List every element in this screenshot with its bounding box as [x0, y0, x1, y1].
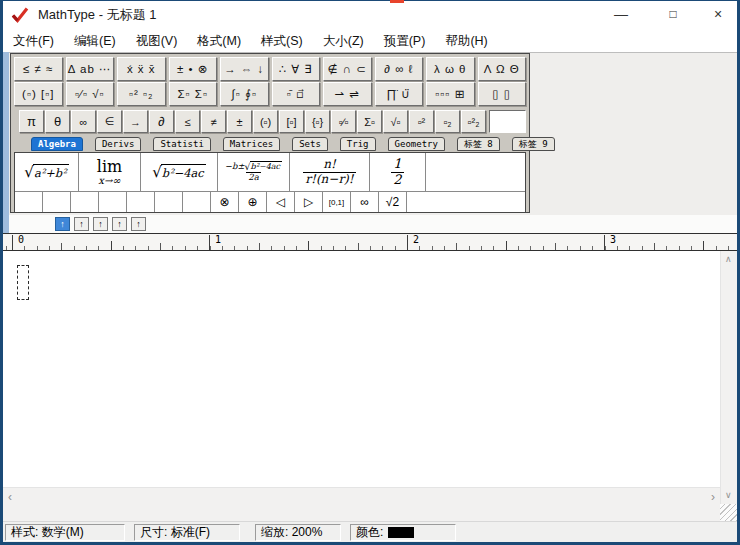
horizontal-scrollbar[interactable]: ‹ › [3, 487, 720, 504]
small-template-infinity[interactable]: ∞ [351, 192, 379, 212]
small-template-empty-1[interactable] [15, 192, 43, 212]
scroll-right-icon[interactable]: › [711, 491, 715, 503]
fraction-radical-templates-palette[interactable]: ▫∕▫ √▫ [66, 82, 115, 106]
tab-statistics[interactable]: Statisti [153, 137, 210, 151]
bar-templates-palette[interactable]: ▫̄ ▫⃗ [272, 82, 321, 106]
pi-button[interactable]: π [19, 110, 44, 133]
close-button[interactable]: × [702, 0, 734, 30]
sqrt-template-button[interactable]: √▫ [383, 110, 408, 133]
small-template-empty-5[interactable] [127, 192, 155, 212]
script-templates-palette[interactable]: ▫² ▫₂ [117, 82, 166, 106]
embellishments-palette[interactable]: x́ ẍ x̄ [117, 57, 166, 81]
menu-help[interactable]: 帮助(H) [435, 33, 497, 50]
ruler[interactable]: 0 1 2 3 [3, 233, 737, 251]
maximize-button[interactable]: □ [656, 0, 690, 30]
tabstop-right-button[interactable]: ↑ [93, 217, 108, 231]
menu-style[interactable]: 样式(S) [251, 33, 313, 50]
small-template-empty-7[interactable] [183, 192, 211, 212]
menu-file[interactable]: 文件(F) [3, 33, 64, 50]
fraction-template-button[interactable]: ▫∕▫ [331, 110, 356, 133]
tabstop-relational-button[interactable]: ↑ [131, 217, 146, 231]
box-templates-palette[interactable]: ▯ ▯ [478, 82, 527, 106]
tab-matrices[interactable]: Matrices [223, 137, 280, 151]
matrix-templates-palette[interactable]: ▫▫▫ ⊞ [426, 82, 475, 106]
braces-template-button[interactable]: {▫} [305, 110, 330, 133]
tab-label-9[interactable]: 标签 9 [512, 137, 555, 151]
element-of-button[interactable]: ∈ [97, 110, 122, 133]
sum-template-button[interactable]: Σ▫ [357, 110, 382, 133]
toolbar-left-accent [3, 52, 9, 233]
tabstop-left-button[interactable]: ↑ [55, 217, 70, 231]
operator-symbols-palette[interactable]: ± • ⊗ [169, 57, 218, 81]
tabstop-center-button[interactable]: ↑ [74, 217, 89, 231]
small-template-interval[interactable]: [0,1] [323, 192, 351, 212]
menu-preferences[interactable]: 预置(P) [374, 33, 436, 50]
minimize-button[interactable]: — [604, 0, 638, 30]
neq-button[interactable]: ≠ [201, 110, 226, 133]
small-template-empty-4[interactable] [99, 192, 127, 212]
menu-view[interactable]: 视图(V) [126, 33, 188, 50]
title-bar: MathType - 无标题 1 — □ × [0, 0, 740, 30]
logic-symbols-palette[interactable]: ∴ ∀ ∃ [272, 57, 321, 81]
window-title: MathType - 无标题 1 [38, 0, 156, 30]
status-size: 尺寸: 标准(F) [134, 524, 240, 541]
equation-editing-area[interactable]: ∧ ∨ ‹ › [3, 251, 737, 521]
superscript-template-button[interactable]: ▫² [409, 110, 434, 133]
small-template-empty-6[interactable] [155, 192, 183, 212]
brackets-template-button[interactable]: [▫] [279, 110, 304, 133]
scroll-up-icon[interactable]: ∧ [725, 255, 732, 264]
small-template-oplus[interactable]: ⊕ [239, 192, 267, 212]
template-limit[interactable]: limx→∞ [79, 153, 141, 191]
tab-sets[interactable]: Sets [292, 137, 328, 151]
fence-templates-palette[interactable]: (▫) [▫] [14, 82, 63, 106]
set-theory-symbols-palette[interactable]: ∉ ∩ ⊂ [323, 57, 372, 81]
theta-button[interactable]: θ [45, 110, 70, 133]
scroll-down-icon[interactable]: ∨ [725, 491, 732, 500]
template-sqrt-a2-b2[interactable]: √a²+b² [15, 153, 79, 191]
tab-derivs[interactable]: Derivs [95, 137, 142, 151]
menu-format[interactable]: 格式(M) [187, 33, 251, 50]
template-one-half[interactable]: 12 [370, 153, 426, 191]
labeled-arrow-templates-palette[interactable]: ⇀ ⇌ [323, 82, 372, 106]
parens-template-button[interactable]: (▫) [253, 110, 278, 133]
partial-button[interactable]: ∂ [149, 110, 174, 133]
spaces-ellipses-palette[interactable]: ∆ ab ⋯ [66, 57, 115, 81]
tabstop-decimal-button[interactable]: ↑ [112, 217, 127, 231]
misc-symbols-palette[interactable]: ∂ ∞ ℓ [375, 57, 424, 81]
small-template-rtri[interactable]: ▷ [295, 192, 323, 212]
right-arrow-button[interactable]: → [123, 110, 148, 133]
sum-templates-palette[interactable]: Σ▫ Σ▫ [169, 82, 218, 106]
small-template-empty-2[interactable] [43, 192, 71, 212]
infinity-button[interactable]: ∞ [71, 110, 96, 133]
template-combination[interactable]: n!r!(n−r)! [290, 153, 370, 191]
template-quadratic-formula[interactable]: −b±√b²−4ac 2a [218, 153, 290, 191]
radical-sign: √ [152, 165, 162, 180]
arrow-symbols-palette[interactable]: → ⇔ ↓ [220, 57, 269, 81]
scroll-left-icon[interactable]: ‹ [8, 491, 12, 503]
small-template-otimes[interactable]: ⊗ [211, 192, 239, 212]
menu-edit[interactable]: 编辑(E) [64, 33, 126, 50]
subsup-template-button[interactable]: ▫²₂ [461, 110, 486, 133]
greek-uppercase-palette[interactable]: Λ Ω Θ [478, 57, 527, 81]
tab-algebra[interactable]: Algebra [31, 137, 83, 151]
ruler-mark: 2 [413, 234, 419, 245]
template-discriminant[interactable]: √b²−4ac [141, 153, 218, 191]
leq-button[interactable]: ≤ [175, 110, 200, 133]
resize-grip[interactable] [720, 504, 737, 521]
menu-size[interactable]: 大小(Z) [313, 33, 374, 50]
vertical-scrollbar[interactable]: ∧ ∨ [720, 251, 737, 504]
tab-trig[interactable]: Trig [340, 137, 376, 151]
small-template-ltri[interactable]: ◁ [267, 192, 295, 212]
empty-slot-cursor[interactable] [17, 265, 29, 300]
relational-symbols-palette[interactable]: ≤ ≠ ≈ [14, 57, 63, 81]
small-template-sqrt2[interactable]: √2 [379, 192, 407, 212]
product-set-templates-palette[interactable]: ∏̈ ∪̈ [375, 82, 424, 106]
tab-geometry[interactable]: Geometry [388, 137, 445, 151]
subscript-template-button[interactable]: ▫₂ [435, 110, 460, 133]
plus-minus-button[interactable]: ± [227, 110, 252, 133]
greek-lowercase-palette[interactable]: λ ω θ [426, 57, 475, 81]
template-row-empty [426, 153, 525, 191]
small-template-empty-3[interactable] [71, 192, 99, 212]
integral-templates-palette[interactable]: ∫▫ ∮▫ [220, 82, 269, 106]
tab-label-8[interactable]: 标签 8 [457, 137, 500, 151]
